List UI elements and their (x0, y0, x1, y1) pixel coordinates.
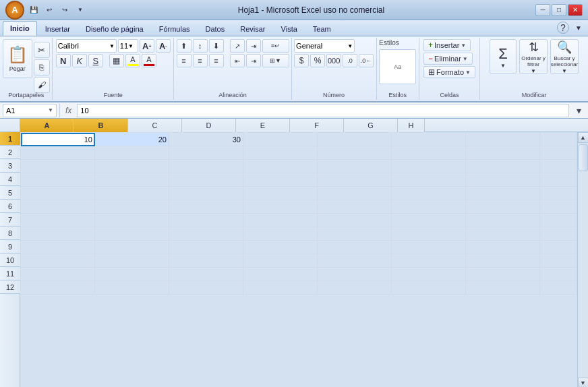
cell-B2[interactable] (95, 146, 169, 160)
cell-B6[interactable] (95, 200, 169, 214)
cell-E8[interactable] (318, 227, 392, 241)
increase-decimal-button[interactable]: .0 (343, 54, 357, 67)
cell-B8[interactable] (95, 227, 169, 241)
cell-A2[interactable] (21, 146, 95, 160)
underline-button[interactable]: S (88, 54, 103, 67)
cell-G11[interactable] (466, 268, 540, 281)
tab-vista[interactable]: Vista (274, 21, 305, 36)
tab-datos[interactable]: Datos (198, 21, 233, 36)
delete-cells-button[interactable]: − Eliminar ▼ (423, 53, 473, 65)
ribbon-help-button[interactable]: ? (557, 22, 569, 34)
cell-G5[interactable] (466, 187, 540, 200)
close-button[interactable]: ✕ (568, 4, 583, 16)
formula-input[interactable] (77, 104, 569, 117)
cell-D7[interactable] (243, 214, 318, 227)
cell-C1[interactable]: 30 (169, 133, 243, 146)
cell-C5[interactable] (169, 187, 243, 200)
indent-increase2-button[interactable]: ⇥ (246, 54, 261, 67)
cell-D11[interactable] (243, 268, 318, 281)
tab-inicio[interactable]: Inicio (3, 21, 37, 36)
fill-color-button[interactable]: A (125, 54, 140, 67)
format-cells-button[interactable]: ⊞ Formato ▼ (423, 66, 475, 78)
cell-D5[interactable] (243, 187, 318, 200)
cell-E7[interactable] (318, 214, 392, 227)
cell-A12[interactable] (21, 281, 95, 295)
col-header-F[interactable]: F (290, 119, 344, 132)
percent-button[interactable]: % (310, 54, 325, 67)
cell-E2[interactable] (318, 146, 392, 160)
cell-F4[interactable] (392, 173, 466, 187)
align-left-button[interactable]: ≡ (177, 54, 192, 67)
align-bottom-button[interactable]: ⬇ (209, 39, 224, 53)
cell-H1[interactable] (540, 133, 577, 146)
cell-B12[interactable] (95, 281, 169, 295)
scroll-down-button[interactable]: ▼ (578, 378, 589, 387)
cell-H11[interactable] (540, 268, 577, 281)
redo-button[interactable]: ↪ (58, 4, 71, 16)
cell-G10[interactable] (466, 254, 540, 268)
cell-A9[interactable] (21, 241, 95, 254)
sort-filter-button[interactable]: ⇅ Ordenar y filtrar ▼ (519, 39, 548, 74)
cell-C3[interactable] (169, 160, 243, 173)
cell-D2[interactable] (243, 146, 318, 160)
align-top-button[interactable]: ⬆ (177, 39, 192, 53)
cell-E1[interactable] (318, 133, 392, 146)
cell-F9[interactable] (392, 241, 466, 254)
col-header-E[interactable]: E (236, 119, 290, 132)
cell-E12[interactable] (318, 281, 392, 295)
cell-A8[interactable] (21, 227, 95, 241)
col-header-A[interactable]: A (20, 119, 74, 132)
find-select-button[interactable]: 🔍 Buscar y seleccionar ▼ (550, 39, 579, 74)
scroll-thumb[interactable] (579, 144, 588, 171)
cell-A7[interactable] (21, 214, 95, 227)
tab-insertar[interactable]: Insertar (38, 21, 78, 36)
paste-button[interactable]: 📋 Pegar (3, 39, 32, 78)
increase-font-button[interactable]: A+ (140, 39, 154, 53)
row-header-11[interactable]: 11 (0, 267, 20, 280)
cell-F11[interactable] (392, 268, 466, 281)
quick-access-dropdown[interactable]: ▼ (74, 4, 87, 16)
wrap-text-button[interactable]: ≡↵ (262, 39, 289, 53)
cell-F3[interactable] (392, 160, 466, 173)
cell-F2[interactable] (392, 146, 466, 160)
cell-C10[interactable] (169, 254, 243, 268)
cell-D10[interactable] (243, 254, 318, 268)
cut-button[interactable]: ✂ (34, 42, 50, 58)
italic-button[interactable]: K (72, 54, 87, 67)
cell-H10[interactable] (540, 254, 577, 268)
cell-F7[interactable] (392, 214, 466, 227)
col-header-C[interactable]: C (128, 119, 182, 132)
cell-H12[interactable] (540, 281, 577, 295)
cell-A4[interactable] (21, 173, 95, 187)
tab-revisar[interactable]: Revisar (233, 21, 272, 36)
restore-button[interactable]: □ (552, 4, 566, 16)
cell-G7[interactable] (466, 214, 540, 227)
cell-C12[interactable] (169, 281, 243, 295)
cell-A1[interactable]: 10 (21, 133, 95, 146)
cell-H7[interactable] (540, 214, 577, 227)
cell-D4[interactable] (243, 173, 318, 187)
cell-B3[interactable] (95, 160, 169, 173)
indent-increase-button[interactable]: ⇥ (246, 39, 261, 53)
cell-G8[interactable] (466, 227, 540, 241)
cell-A5[interactable] (21, 187, 95, 200)
cell-F1[interactable] (392, 133, 466, 146)
tab-formulas[interactable]: Fórmulas (152, 21, 198, 36)
cell-G1[interactable] (466, 133, 540, 146)
ribbon-collapse-button[interactable]: ▼ (572, 22, 585, 34)
office-button[interactable]: A (5, 1, 24, 20)
decrease-decimal-button[interactable]: .0← (359, 54, 374, 67)
row-header-12[interactable]: 12 (0, 280, 20, 294)
vertical-scrollbar[interactable]: ▲ ▼ (577, 132, 588, 387)
cell-D8[interactable] (243, 227, 318, 241)
cell-G12[interactable] (466, 281, 540, 295)
cell-C6[interactable] (169, 200, 243, 214)
font-name-dropdown[interactable]: Calibri ▼ (56, 39, 117, 53)
copy-button[interactable]: ⎘ (34, 59, 50, 76)
save-button[interactable]: 💾 (27, 4, 40, 16)
cell-C8[interactable] (169, 227, 243, 241)
minimize-button[interactable]: ─ (535, 4, 550, 16)
row-header-9[interactable]: 9 (0, 240, 20, 254)
row-header-3[interactable]: 3 (0, 159, 20, 173)
cell-A11[interactable] (21, 268, 95, 281)
